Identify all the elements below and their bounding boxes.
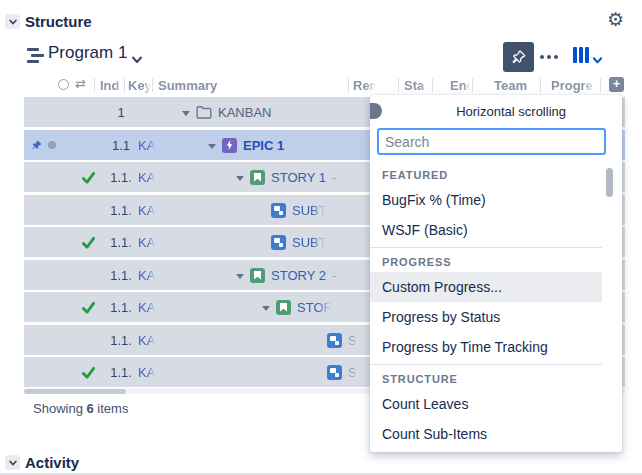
folder-icon [196,105,212,119]
section-header-featured: FEATURED [370,161,602,185]
issue-summary[interactable]: SUBT [292,235,327,250]
structure-section-title: Structure [25,13,92,30]
chevron-down-icon [8,458,18,468]
menu-item-progress-by-time-tracking[interactable]: Progress by Time Tracking [370,332,602,362]
activity-section-title: Activity [25,454,79,471]
add-column-button[interactable]: + [609,77,624,92]
horizontal-scrolling-toggle[interactable] [370,103,382,119]
epic-icon [222,138,237,153]
swap-arrows-icon[interactable]: ⇄ [75,76,86,91]
expand-chevron-icon[interactable] [262,306,270,311]
column-header-rem[interactable]: Rem [353,78,377,93]
structure-board-icon [27,47,44,64]
column-header-sta[interactable]: Sta [404,78,428,93]
issue-summary[interactable]: S [348,333,357,348]
board-chevron-down-icon[interactable] [131,51,143,69]
columns-icon[interactable] [573,47,589,63]
structure-collapse-button[interactable] [5,14,20,29]
resolution-column-icon[interactable] [58,79,69,90]
subtask-icon [327,333,342,348]
column-picker-panel: Horizontal scrolling FEATURED BugFix % (… [370,95,622,452]
expand-chevron-icon[interactable] [236,176,244,181]
expand-chevron-icon[interactable] [236,274,244,279]
status-dot-icon [48,141,56,149]
columns-chevron-down-icon[interactable] [592,51,603,69]
panel-scrollbar-thumb[interactable] [606,168,613,197]
horizontal-scrolling-label: Horizontal scrolling [456,104,566,119]
issue-summary[interactable]: STOR [297,300,333,315]
issue-key[interactable]: KA [138,227,156,257]
chevron-down-icon [8,17,18,27]
expand-chevron-icon[interactable] [182,111,190,116]
subtask-icon [327,365,342,380]
issue-key[interactable]: KA [138,130,156,160]
structure-app: Structure ⚙ Program 1 ⇄ Ind Key Summary … [0,0,642,475]
pin-icon [510,49,527,66]
column-header-summary[interactable]: Summary [158,78,217,93]
issue-summary[interactable]: STORY 2 [271,268,326,283]
menu-item-count-leaves[interactable]: Count Leaves [370,389,602,419]
issue-summary[interactable]: KANBAN [218,105,271,120]
horizontal-scrollbar-thumb[interactable] [24,389,126,394]
items-count-status: Showing 6 items [33,401,128,416]
items-count: 6 [87,401,94,416]
search-input[interactable] [377,128,606,155]
issue-key[interactable]: KA [138,195,156,225]
menu-item-bugfix[interactable]: BugFix % (Time) [370,185,602,215]
check-icon [81,162,96,192]
issue-summary[interactable]: STORY 1 [271,170,326,185]
check-icon [81,292,96,322]
section-header-structure: STRUCTURE [370,365,602,389]
menu-item-wsjf[interactable]: WSJF (Basic) [370,215,602,245]
row-pin-icon[interactable] [30,130,43,160]
pin-button[interactable] [503,42,534,72]
issue-summary[interactable]: SUBT [292,203,327,218]
check-icon [81,227,96,257]
menu-item-count-sub-items[interactable]: Count Sub-Items [370,419,602,449]
column-options-list: FEATURED BugFix % (Time) WSJF (Basic) PR… [370,161,622,452]
issue-key[interactable]: KA [138,260,156,290]
story-icon [276,300,291,315]
issue-summary[interactable]: S [348,365,357,380]
issue-key[interactable]: KA [138,292,156,322]
issue-summary[interactable]: EPIC 1 [243,138,284,153]
menu-item-custom-progress[interactable]: Custom Progress... [370,272,602,302]
column-header-progress[interactable]: Progre [551,78,597,93]
column-header-end[interactable]: End [450,78,470,93]
check-icon [81,357,96,387]
menu-item-progress-by-status[interactable]: Progress by Status [370,302,602,332]
section-header-progress: PROGRESS [370,248,602,272]
column-header-ind[interactable]: Ind [100,78,123,93]
issue-key[interactable]: KA [138,357,156,387]
activity-collapse-button[interactable] [5,455,20,470]
issue-key[interactable]: KA [138,162,156,192]
board-title[interactable]: Program 1 [48,43,127,63]
more-icon[interactable] [540,55,558,59]
column-header-team[interactable]: Team [494,78,527,93]
issue-key[interactable]: KA [138,325,156,355]
gear-icon[interactable]: ⚙ [607,10,624,29]
subtask-icon [271,235,286,250]
story-icon [250,268,265,283]
subtask-icon [271,203,286,218]
column-header-key[interactable]: Key [128,78,151,93]
story-icon [250,170,265,185]
expand-chevron-icon[interactable] [208,144,216,149]
